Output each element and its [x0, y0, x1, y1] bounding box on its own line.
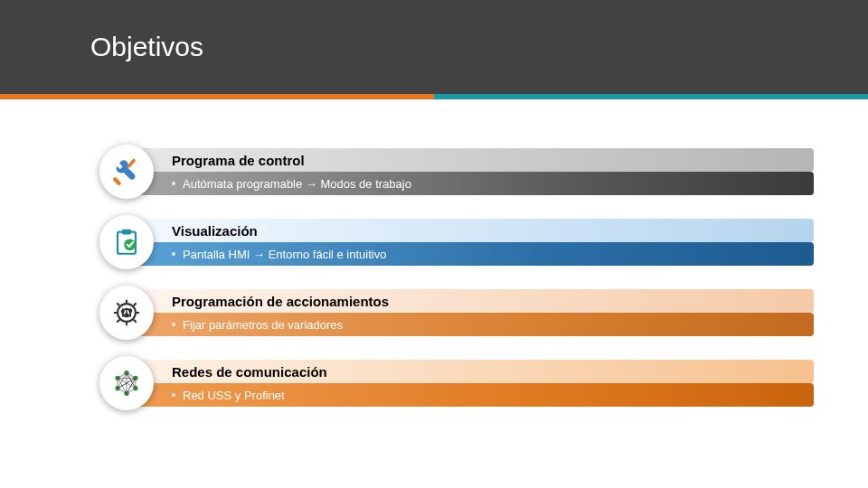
- objective-item: Programación de accionamientos Fijar par…: [99, 289, 814, 336]
- objective-item: Programa de control Autómata programable…: [99, 148, 814, 195]
- objective-heading: Redes de comunicación: [127, 360, 814, 383]
- objective-sub: Autómata programable → Modos de trabajo: [127, 172, 814, 195]
- gear-sliders-icon: [99, 286, 154, 340]
- svg-rect-0: [112, 177, 121, 186]
- svg-rect-1: [127, 158, 136, 168]
- objective-heading: Programa de control: [127, 148, 814, 172]
- objective-item: Redes de comunicación Red USS y Profinet: [99, 360, 814, 407]
- svg-point-8: [121, 310, 124, 313]
- objective-heading: Visualización: [127, 219, 814, 242]
- svg-point-10: [126, 314, 128, 316]
- page-title: Objetivos: [90, 32, 203, 62]
- objective-sub: Fijar parámetros de variadores: [127, 313, 814, 336]
- tools-icon: [99, 145, 154, 199]
- slide-header: Objetivos: [0, 0, 868, 94]
- svg-rect-3: [122, 230, 131, 235]
- objective-item: Visualización Pantalla HMI → Entorno fác…: [99, 219, 814, 266]
- objective-heading: Programación de accionamientos: [127, 289, 814, 313]
- checklist-icon: [99, 215, 154, 269]
- objective-sub: Red USS y Profinet: [127, 383, 814, 407]
- accent-strip: [0, 94, 868, 99]
- objective-sub: Pantalla HMI → Entorno fácil e intuitivo: [127, 242, 814, 266]
- network-icon: [99, 356, 154, 410]
- svg-point-12: [129, 309, 132, 312]
- content-area: Programa de control Autómata programable…: [0, 99, 868, 407]
